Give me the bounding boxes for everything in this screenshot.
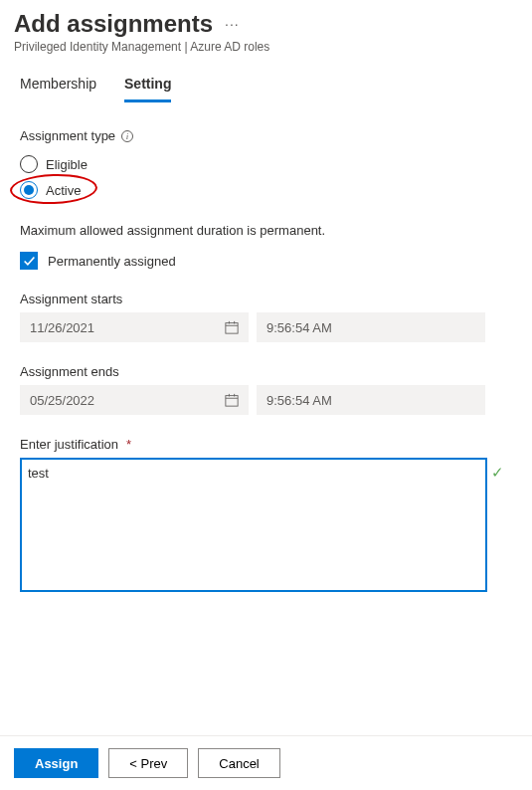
checkbox-icon — [20, 252, 38, 270]
radio-icon — [20, 181, 38, 199]
svg-rect-4 — [226, 396, 238, 407]
cancel-button[interactable]: Cancel — [198, 748, 279, 778]
tab-membership[interactable]: Membership — [20, 76, 96, 102]
info-icon[interactable]: i — [121, 130, 133, 142]
start-date-input[interactable]: 11/26/2021 — [20, 312, 249, 342]
assignment-ends-label: Assignment ends — [20, 364, 512, 379]
svg-rect-0 — [226, 323, 238, 334]
end-date-value: 05/25/2022 — [30, 393, 94, 408]
required-asterisk: * — [126, 437, 131, 452]
radio-icon — [20, 155, 38, 173]
assignment-starts-label: Assignment starts — [20, 292, 512, 306]
page-title: Add assignments — [14, 10, 213, 38]
start-time-value: 9:56:54 AM — [266, 320, 332, 335]
calendar-icon — [225, 393, 239, 407]
max-duration-hint: Maximum allowed assignment duration is p… — [20, 223, 512, 238]
tab-setting[interactable]: Setting — [124, 76, 171, 102]
permanently-assigned-checkbox[interactable]: Permanently assigned — [20, 252, 512, 270]
radio-active[interactable]: Active — [20, 177, 512, 203]
end-time-value: 9:56:54 AM — [266, 393, 332, 408]
end-time-input[interactable]: 9:56:54 AM — [257, 385, 485, 415]
justification-label: Enter justification — [20, 437, 118, 452]
start-time-input[interactable]: 9:56:54 AM — [257, 312, 485, 342]
justification-textarea[interactable] — [20, 458, 487, 592]
radio-eligible-label: Eligible — [46, 157, 88, 172]
start-date-value: 11/26/2021 — [30, 320, 94, 335]
prev-button[interactable]: < Prev — [108, 748, 188, 778]
assignment-type-label: Assignment type — [20, 128, 115, 143]
more-actions-icon[interactable]: ··· — [225, 16, 240, 32]
calendar-icon — [225, 320, 239, 334]
radio-eligible[interactable]: Eligible — [20, 151, 512, 177]
breadcrumb: Privileged Identity Management | Azure A… — [14, 40, 518, 54]
end-date-input[interactable]: 05/25/2022 — [20, 385, 249, 415]
permanently-assigned-label: Permanently assigned — [48, 254, 176, 269]
radio-active-label: Active — [46, 183, 81, 198]
assign-button[interactable]: Assign — [14, 748, 98, 778]
checkmark-icon: ✓ — [491, 464, 504, 482]
